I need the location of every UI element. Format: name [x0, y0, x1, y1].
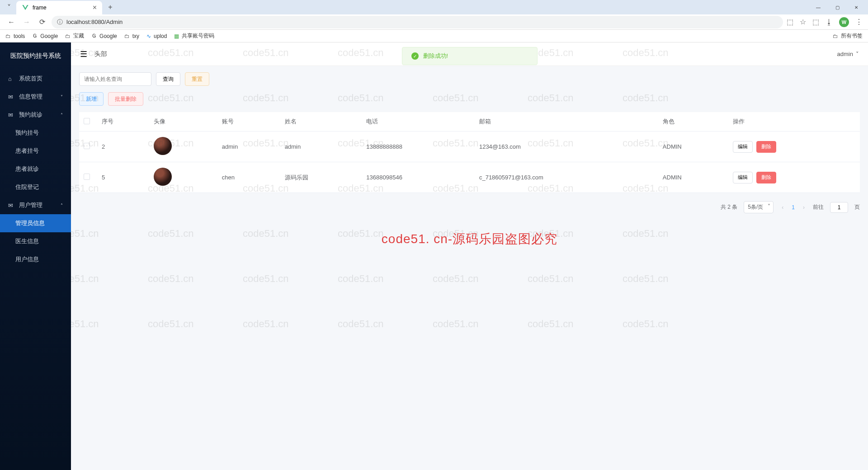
- cell-seq: 5: [97, 162, 149, 193]
- sidebar-item[interactable]: 住院登记: [0, 178, 71, 196]
- col-name: 姓名: [280, 112, 362, 132]
- sidebar: 医院预约挂号系统 ⌂系统首页✉信息管理˅✉预约就诊˄预约挂号患者挂号患者就诊住院…: [0, 42, 71, 470]
- app-title: 医院预约挂号系统: [0, 42, 71, 70]
- bookmark-bar: 🗀tools ＧGoogle 🗀宝藏 ＧGoogle 🗀txy ∿uplod ▦…: [0, 30, 868, 42]
- watermark-text: code51.cn: [71, 273, 99, 285]
- nav-icon: ⌂: [8, 75, 14, 82]
- menu-toggle-icon[interactable]: ☰: [80, 49, 87, 59]
- watermark-text: code51.cn: [528, 273, 574, 285]
- bookmark-item[interactable]: ▦共享账号密码: [174, 32, 214, 40]
- watermark-text: code51.cn: [433, 318, 479, 330]
- sidebar-item[interactable]: 预约挂号: [0, 124, 71, 142]
- toast-message: 删除成功!: [423, 52, 448, 60]
- watermark-text: code51.cn: [623, 273, 669, 285]
- sidebar-item[interactable]: 管理员信息: [0, 214, 71, 232]
- user-dropdown[interactable]: admin ˅: [837, 51, 859, 57]
- reset-button[interactable]: 重置: [185, 72, 209, 86]
- watermark-text: code51.cn: [623, 318, 669, 330]
- sidebar-item[interactable]: ⌂系统首页: [0, 70, 71, 88]
- new-tab-button[interactable]: +: [104, 1, 117, 14]
- prev-page-icon[interactable]: ‹: [780, 204, 785, 211]
- google-icon: Ｇ: [91, 32, 97, 40]
- vue-favicon: [22, 4, 29, 11]
- browser-menu-icon[interactable]: ⋮: [855, 18, 863, 26]
- col-phone: 电话: [362, 112, 475, 132]
- tab-close-icon[interactable]: ×: [93, 4, 97, 12]
- admin-table: 序号 头像 账号 姓名 电话 邮箱 角色 操作 2 admin admin 13…: [79, 112, 860, 193]
- nav-label: 用户管理: [19, 201, 42, 209]
- reload-icon[interactable]: ⟳: [36, 16, 48, 28]
- nav-label: 住院登记: [15, 183, 39, 191]
- extensions-icon[interactable]: ⬚: [812, 18, 819, 26]
- delete-button[interactable]: 删除: [756, 172, 776, 183]
- sidebar-item[interactable]: 医生信息: [0, 232, 71, 250]
- edit-button[interactable]: 编辑: [733, 172, 753, 183]
- folder-icon: 🗀: [5, 33, 11, 39]
- goto-label: 前往: [813, 203, 824, 211]
- nav-label: 患者就诊: [15, 165, 39, 173]
- chevron-icon: ˄: [61, 113, 63, 118]
- bookmark-item[interactable]: 🗀宝藏: [65, 32, 84, 40]
- goto-page-input[interactable]: [830, 202, 848, 213]
- sidebar-item[interactable]: ✉信息管理˅: [0, 88, 71, 106]
- sidebar-item[interactable]: ✉预约就诊˄: [0, 106, 71, 124]
- select-all-checkbox[interactable]: [84, 118, 90, 124]
- cell-name: 源码乐园: [280, 162, 362, 193]
- search-toolbar: 查询 重置: [79, 72, 860, 86]
- bookmark-item[interactable]: ∿uplod: [146, 33, 167, 39]
- edit-button[interactable]: 编辑: [733, 141, 753, 153]
- row-checkbox[interactable]: [84, 174, 90, 180]
- delete-button[interactable]: 删除: [756, 141, 776, 153]
- next-page-icon[interactable]: ›: [801, 204, 807, 211]
- back-icon[interactable]: ←: [5, 16, 17, 28]
- watermark-text: code51.cn: [433, 228, 479, 240]
- maximize-icon[interactable]: ▢: [833, 5, 842, 10]
- cell-phone: 13688098546: [362, 162, 475, 193]
- bookmark-item[interactable]: ＧGoogle: [91, 32, 117, 40]
- col-account: 账号: [217, 112, 280, 132]
- avatar: [154, 137, 172, 155]
- nav-label: 管理员信息: [15, 219, 45, 227]
- row-checkbox[interactable]: [84, 143, 90, 149]
- all-bookmarks[interactable]: 🗀所有书签: [833, 32, 863, 40]
- url-text: localhost:8080/Admin: [66, 19, 123, 25]
- add-button[interactable]: 新增: [79, 92, 104, 106]
- bookmark-star-icon[interactable]: ☆: [800, 18, 806, 26]
- sidebar-item[interactable]: ✉用户管理˄: [0, 196, 71, 214]
- nav-label: 患者挂号: [15, 147, 39, 155]
- url-input[interactable]: ⓘ localhost:8080/Admin: [52, 16, 783, 28]
- sidebar-item[interactable]: 用户信息: [0, 250, 71, 268]
- site-icon: ▦: [174, 33, 179, 39]
- col-seq: 序号: [97, 112, 149, 132]
- page-size-select[interactable]: 5条/页 ˅: [744, 201, 774, 213]
- page-suffix: 页: [854, 203, 860, 211]
- cell-account: admin: [217, 132, 280, 162]
- cell-role: ADMIN: [658, 132, 728, 162]
- cell-email: c_718605971@163.com: [475, 162, 658, 193]
- minimize-icon[interactable]: —: [814, 5, 823, 10]
- download-icon[interactable]: ⭳: [826, 18, 833, 26]
- install-app-icon[interactable]: ⬚: [787, 18, 793, 26]
- sidebar-item[interactable]: 患者挂号: [0, 142, 71, 160]
- sidebar-item[interactable]: 患者就诊: [0, 160, 71, 178]
- tabs-dropdown[interactable]: ˅: [4, 2, 14, 13]
- watermark-text: code51.cn: [338, 273, 384, 285]
- watermark-text: code51.cn: [433, 273, 479, 285]
- bookmark-item[interactable]: 🗀txy: [124, 33, 139, 39]
- forward-icon[interactable]: →: [21, 16, 33, 28]
- close-window-icon[interactable]: ✕: [852, 5, 861, 10]
- nav-icon: ✉: [8, 94, 14, 100]
- check-icon: ✓: [411, 52, 419, 60]
- watermark-text: code51.cn: [338, 318, 384, 330]
- cell-email: 1234@163.com: [475, 132, 658, 162]
- name-search-input[interactable]: [79, 72, 151, 86]
- bookmark-item[interactable]: 🗀tools: [5, 33, 25, 39]
- profile-avatar[interactable]: W: [839, 17, 849, 27]
- current-page[interactable]: 1: [792, 204, 795, 211]
- bookmark-item[interactable]: ＧGoogle: [32, 32, 58, 40]
- browser-tab[interactable]: frame ×: [16, 1, 102, 14]
- total-count: 共 2 条: [721, 203, 737, 211]
- query-button[interactable]: 查询: [156, 72, 180, 86]
- col-email: 邮箱: [475, 112, 658, 132]
- batch-delete-button[interactable]: 批量删除: [108, 92, 143, 106]
